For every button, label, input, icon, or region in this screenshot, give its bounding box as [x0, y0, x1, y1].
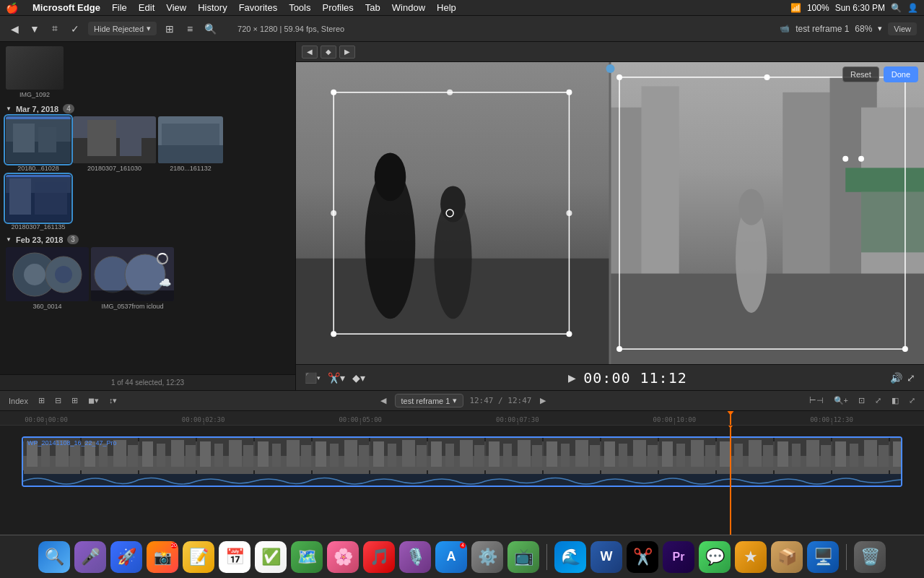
clip-name-dropdown[interactable]: test reframe 1 ▾ [395, 394, 464, 407]
dock-item-desktop[interactable]: 🖥️ [807, 541, 839, 573]
menu-item-tab[interactable]: Tab [359, 0, 386, 16]
dock-item-word[interactable]: W [590, 541, 622, 573]
launchpad-icon: 🚀 [117, 548, 136, 566]
timeline-prev-btn[interactable]: ◀ [378, 394, 389, 407]
dock-item-launchpad[interactable]: 🚀 [110, 541, 142, 573]
account-icon[interactable]: 👤 [907, 3, 918, 13]
dock-item-music[interactable]: 🎵 [363, 541, 395, 573]
date-group-feb23[interactable]: ▼ Feb 23, 2018 3 [3, 232, 292, 246]
svg-point-40 [566, 210, 572, 216]
timeline-settings-btn[interactable]: ◧ [889, 394, 902, 407]
index-button[interactable]: Index [6, 395, 31, 407]
svg-point-21 [55, 266, 72, 283]
dock-item-edge[interactable]: 🌊 [554, 541, 586, 573]
dock-item-reminders[interactable]: ✅ [255, 541, 287, 573]
zoom-label: 68% [855, 24, 872, 34]
keyframe-add-button[interactable]: ◆▾ [352, 372, 365, 384]
playback-controls: ⬛ ▾ ✂️▾ ◆▾ ▶ 00:00 11:12 🔊 ⤢ [296, 364, 924, 390]
keyframe-button[interactable]: ◆ [321, 46, 336, 59]
grid-view-button[interactable]: ⊞ [162, 22, 177, 36]
menu-item-favorites[interactable]: Favorites [233, 0, 283, 16]
timeline-full-btn[interactable]: ⤢ [872, 394, 884, 407]
list-item[interactable]: 360_0014 [6, 247, 89, 310]
menu-item-view[interactable]: View [160, 0, 192, 16]
list-view-button[interactable]: ≡ [183, 22, 197, 36]
appstore-badge: 4 [460, 543, 466, 548]
dock-item-goldenrod[interactable]: ★ [735, 541, 767, 573]
timeline-view-btn4[interactable]: ◼▾ [85, 394, 102, 407]
timeline-sort-btn[interactable]: ↕▾ [106, 394, 121, 407]
date-group-mar7[interactable]: ▼ Mar 7, 2018 4 [3, 101, 292, 115]
timeline-next-btn[interactable]: ▶ [537, 394, 549, 407]
dock-item-photos[interactable]: 📸 20 [147, 541, 178, 573]
timeline-view-btn1[interactable]: ⊞ [35, 394, 48, 407]
dock-item-siri[interactable]: 🎤 [74, 541, 106, 573]
next-frame-button[interactable]: ▶ [339, 46, 355, 59]
dock-item-maps[interactable]: 🗺️ [291, 541, 323, 573]
list-item[interactable]: ☁️ IMG_0537from icloud [91, 247, 174, 310]
timeline-fit-btn[interactable]: ⊡ [855, 394, 868, 407]
menu-item-app[interactable]: Microsoft Edge [27, 0, 106, 16]
list-item[interactable]: 20180307_161030 [73, 116, 156, 172]
timeline-view-btn2[interactable]: ⊟ [52, 394, 64, 407]
dock-item-installer[interactable]: 📦 [771, 541, 803, 573]
dock-item-screens[interactable]: 📺 [507, 541, 539, 573]
search-icon[interactable]: 🔍 [891, 3, 902, 13]
menu-item-history[interactable]: History [192, 0, 232, 16]
podcasts-icon: 🎙️ [406, 548, 425, 566]
check-icon[interactable]: ✓ [68, 22, 82, 36]
svg-point-33 [331, 90, 336, 95]
svg-point-34 [566, 90, 572, 95]
calendar-icon: 📅 [225, 548, 245, 566]
dock-item-settings[interactable]: ⚙️ [471, 541, 503, 573]
apple-menu-icon[interactable]: 🍎 [6, 2, 18, 14]
timeline-zoom-in-btn[interactable]: 🔍+ [831, 394, 851, 407]
timeline-audio-btn[interactable]: ⊢⊣ [806, 394, 827, 407]
notes-icon: 📝 [189, 548, 209, 566]
menu-item-file[interactable]: File [106, 0, 133, 16]
timeline-expand-btn[interactable]: ⤢ [906, 394, 918, 407]
thumbnail-label: IMG_0537from icloud [91, 303, 174, 310]
menu-item-help[interactable]: Help [431, 0, 462, 16]
menu-item-window[interactable]: Window [386, 0, 431, 16]
top-handle[interactable] [606, 64, 614, 73]
list-item[interactable]: 20180307_161135 [6, 175, 71, 230]
volume-button[interactable]: 🔊 [890, 372, 902, 384]
view-button[interactable]: View [888, 22, 917, 35]
menu-item-edit[interactable]: Edit [133, 0, 160, 16]
search-button[interactable]: 🔍 [203, 22, 217, 36]
key-icon[interactable]: ⌗ [48, 22, 62, 36]
clip-mode-button[interactable]: ⬛ ▾ [305, 372, 321, 384]
dock-item-finalcut[interactable]: ✂️ [627, 541, 658, 573]
fullscreen-button[interactable]: ⤢ [907, 372, 915, 384]
trim-button[interactable]: ✂️▾ [328, 372, 345, 384]
forward-button[interactable]: ▼ [27, 22, 42, 36]
zoom-chevron-icon[interactable]: ▾ [878, 24, 882, 33]
dock-item-appstore[interactable]: A 4 [435, 541, 467, 573]
mar7-thumbnails-2: 20180307_161135 [3, 173, 292, 232]
dock-item-photos2[interactable]: 🌸 [327, 541, 359, 573]
list-item[interactable]: 20180...61028 [6, 116, 71, 172]
dock-item-finder[interactable]: 🔍 [38, 541, 70, 573]
count-badge: 4 [63, 104, 74, 113]
dock-item-messages[interactable]: 💬 [699, 541, 731, 573]
svg-point-29 [375, 152, 406, 201]
dock-item-calendar[interactable]: 📅 [219, 541, 250, 573]
done-button[interactable]: Done [884, 66, 918, 82]
timeline-view-btn3[interactable]: ⊞ [69, 394, 81, 407]
list-item[interactable]: 2180...161132 [158, 116, 223, 172]
split-divider [609, 62, 611, 364]
trash-icon: 🗑️ [860, 548, 880, 566]
filter-button[interactable]: Hide Rejected ▾ [88, 22, 157, 35]
list-item[interactable]: IMG_1092 [6, 46, 64, 98]
back-button[interactable]: ◀ [7, 22, 22, 36]
dock-item-trash[interactable]: 🗑️ [854, 541, 886, 573]
reset-button[interactable]: Reset [842, 66, 879, 82]
dock-item-premiere[interactable]: Pr [663, 541, 694, 573]
play-button[interactable]: ▶ [568, 372, 576, 384]
menu-item-profiles[interactable]: Profiles [317, 0, 359, 16]
dock-item-notes[interactable]: 📝 [183, 541, 214, 573]
prev-frame-button[interactable]: ◀ [302, 46, 318, 59]
dock-item-podcasts[interactable]: 🎙️ [399, 541, 431, 573]
menu-item-tools[interactable]: Tools [283, 0, 316, 16]
